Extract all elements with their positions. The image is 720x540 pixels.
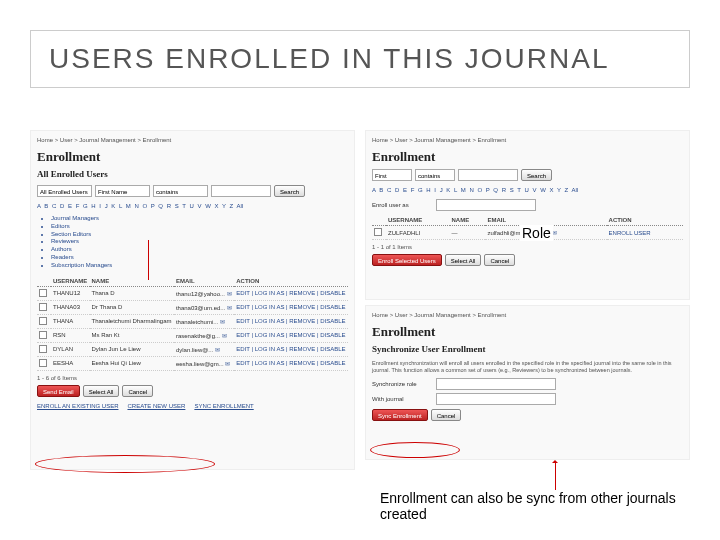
cell-username: THANU12 <box>51 286 90 300</box>
th-email: EMAIL <box>485 215 606 226</box>
sub-heading: All Enrolled Users <box>37 169 348 179</box>
checkbox[interactable] <box>39 317 47 325</box>
th-username: USERNAME <box>386 215 450 226</box>
role-item[interactable]: Journal Managers <box>51 215 348 223</box>
annotation-arrow-icon <box>555 462 556 490</box>
with-journal-label: With journal <box>372 396 432 402</box>
cell-name: Dr Thana D <box>90 300 174 314</box>
sync-role-row: Synchronize role <box>372 378 683 390</box>
slide-title: USERS ENROLLED IN THIS JOURNAL <box>49 43 671 75</box>
breadcrumb: Home > User > Journal Management > Enrol… <box>372 312 683 318</box>
filter-input[interactable] <box>458 169 518 181</box>
select-all-button[interactable]: Select All <box>83 385 120 397</box>
cancel-button[interactable]: Cancel <box>122 385 153 397</box>
select-all-button[interactable]: Select All <box>445 254 482 266</box>
annotation-oval-icon <box>370 442 460 458</box>
filter-field[interactable]: First Name <box>95 185 150 197</box>
cell-name: Thana D <box>90 286 174 300</box>
caption-text: Enrollment can also be sync from other j… <box>380 490 700 522</box>
enroll-as-label: Enroll user as <box>372 202 432 208</box>
table-row: EESHA Eesha Hui Qi Liew eesha.liew@gm...… <box>37 356 348 370</box>
cell-name: — <box>450 226 486 240</box>
th-username: USERNAME <box>51 276 90 287</box>
cell-username: DYLAN <box>51 342 90 356</box>
filter-input[interactable] <box>211 185 271 197</box>
table-row: THANU12 Thana D thanu12@yahoo... ✉ EDIT … <box>37 286 348 300</box>
role-item[interactable]: Editors <box>51 223 348 231</box>
role-item[interactable]: Section Editors <box>51 231 348 239</box>
users-table: USERNAME NAME EMAIL ACTION THANU12 Thana… <box>37 276 348 371</box>
slide-title-box: USERS ENROLLED IN THIS JOURNAL <box>30 30 690 88</box>
enroll-selected-button[interactable]: Enroll Selected Users <box>372 254 442 266</box>
filter-field[interactable]: First <box>372 169 412 181</box>
cell-email: thana03@um.ed... ✉ <box>174 300 234 314</box>
checkbox[interactable] <box>39 303 47 311</box>
checkbox[interactable] <box>39 359 47 367</box>
cell-action[interactable]: EDIT | LOG IN AS | REMOVE | DISABLE <box>234 314 348 328</box>
role-item[interactable]: Readers <box>51 254 348 262</box>
cell-username: RSN <box>51 328 90 342</box>
left-panel: Home > User > Journal Management > Enrol… <box>30 130 355 470</box>
cell-name: Thanaletchumi Dharmalingam <box>90 314 174 328</box>
cell-username: EESHA <box>51 356 90 370</box>
with-journal-select[interactable] <box>436 393 556 405</box>
cell-name: Ms Ran Kt <box>90 328 174 342</box>
breadcrumb: Home > User > Journal Management > Enrol… <box>37 137 348 143</box>
bulk-actions: Enroll Selected Users Select All Cancel <box>372 254 683 266</box>
cell-name: Dylan Jun Le Liew <box>90 342 174 356</box>
page-heading: Enrollment <box>372 324 683 340</box>
cell-email: eesha.liew@gm... ✉ <box>174 356 234 370</box>
cell-action[interactable]: EDIT | LOG IN AS | REMOVE | DISABLE <box>234 300 348 314</box>
checkbox[interactable] <box>39 345 47 353</box>
cell-username: THANA <box>51 314 90 328</box>
checkbox[interactable] <box>39 331 47 339</box>
role-item[interactable]: Reviewers <box>51 238 348 246</box>
checkbox[interactable] <box>374 228 382 236</box>
cell-email: thanaletchumi... ✉ <box>174 314 234 328</box>
page-heading: Enrollment <box>37 149 348 165</box>
enroll-existing-link[interactable]: ENROLL AN EXISTING USER <box>37 403 118 409</box>
th-name: NAME <box>90 276 174 287</box>
cell-action[interactable]: EDIT | LOG IN AS | REMOVE | DISABLE <box>234 356 348 370</box>
sync-role-select[interactable] <box>436 378 556 390</box>
right-bottom-panel: Home > User > Journal Management > Enrol… <box>365 305 690 460</box>
filter-row: All Enrolled Users First Name contains S… <box>37 185 348 197</box>
role-list: Journal Managers Editors Section Editors… <box>51 215 348 270</box>
alpha-index[interactable]: A B C D E F G H I J K L M N O P Q R S T … <box>372 187 683 193</box>
th-name: NAME <box>450 215 486 226</box>
cancel-button[interactable]: Cancel <box>484 254 515 266</box>
cancel-button[interactable]: Cancel <box>431 409 462 421</box>
role-item[interactable]: Subscription Managers <box>51 262 348 270</box>
role-item[interactable]: Authors <box>51 246 348 254</box>
table-row: THANA03 Dr Thana D thana03@um.ed... ✉ ED… <box>37 300 348 314</box>
sync-actions: Sync Enrollment Cancel <box>372 409 683 421</box>
role-select[interactable] <box>436 199 536 211</box>
search-button[interactable]: Search <box>274 185 305 197</box>
cell-action[interactable]: EDIT | LOG IN AS | REMOVE | DISABLE <box>234 342 348 356</box>
send-email-button[interactable]: Send Email <box>37 385 80 397</box>
filter-op[interactable]: contains <box>153 185 208 197</box>
description: Enrollment synchronization will enroll a… <box>372 360 683 374</box>
filter-scope[interactable]: All Enrolled Users <box>37 185 92 197</box>
create-new-link[interactable]: CREATE NEW USER <box>127 403 185 409</box>
annotation-oval-icon <box>35 455 215 473</box>
role-annotation: Role <box>520 225 553 241</box>
cell-action[interactable]: ENROLL USER <box>607 226 683 240</box>
filter-row: First contains Search <box>372 169 683 181</box>
table-row: RSN Ms Ran Kt rasenakthe@g... ✉ EDIT | L… <box>37 328 348 342</box>
annotation-line-icon <box>148 240 149 280</box>
search-button[interactable]: Search <box>521 169 552 181</box>
enroll-as-row: Enroll user as <box>372 199 683 211</box>
sync-button[interactable]: Sync Enrollment <box>372 409 428 421</box>
bulk-actions: Send Email Select All Cancel <box>37 385 348 397</box>
cell-action[interactable]: EDIT | LOG IN AS | REMOVE | DISABLE <box>234 286 348 300</box>
breadcrumb: Home > User > Journal Management > Enrol… <box>372 137 683 143</box>
alpha-index[interactable]: A B C D E F G H I J K L M N O P Q R S T … <box>37 203 348 209</box>
cell-name: Eesha Hui Qi Liew <box>90 356 174 370</box>
cell-action[interactable]: EDIT | LOG IN AS | REMOVE | DISABLE <box>234 328 348 342</box>
sync-enrollment-link[interactable]: SYNC ENROLLMENT <box>194 403 253 409</box>
filter-op[interactable]: contains <box>415 169 455 181</box>
checkbox[interactable] <box>39 289 47 297</box>
table-row: DYLAN Dylan Jun Le Liew dylan.liew@... ✉… <box>37 342 348 356</box>
sub-heading: Synchronize User Enrollment <box>372 344 683 354</box>
